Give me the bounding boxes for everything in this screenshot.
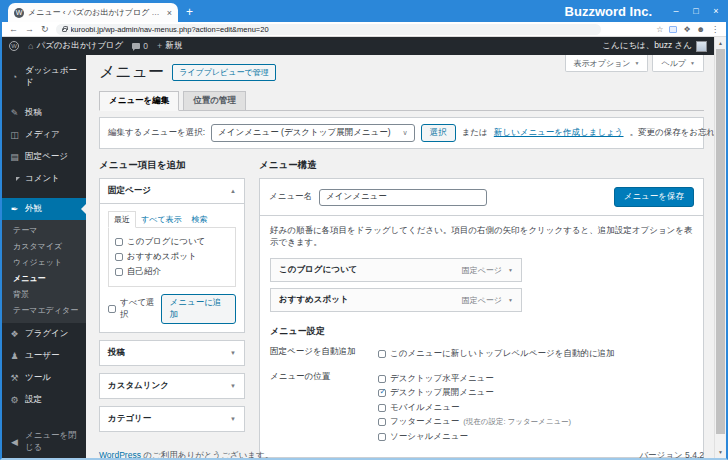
sidebar-label: 外観 xyxy=(25,203,42,215)
sidebar-item-users[interactable]: ♟ ユーザー xyxy=(2,345,86,367)
location-label: デスクトップ展開メニュー xyxy=(390,387,494,399)
select-button[interactable]: 選択 xyxy=(421,124,456,142)
save-menu-button-top[interactable]: メニューを保存 xyxy=(614,187,694,207)
menu-select[interactable]: メインメニュー (デスクトップ展開メニュー) ∨ xyxy=(211,124,415,142)
tab-manage-locations[interactable]: 位置の管理 xyxy=(183,91,246,111)
user-avatar[interactable] xyxy=(696,41,707,52)
checkbox[interactable] xyxy=(115,238,123,246)
greeting-text[interactable]: こんにちは、buzz さん xyxy=(602,40,692,52)
add-menu-items-heading: メニュー項目を追加 xyxy=(99,159,245,172)
pages-icon: ▤ xyxy=(9,153,20,162)
custom-link-panel-header[interactable]: カスタムリンク ▼ xyxy=(100,374,244,398)
add-to-menu-button[interactable]: メニューに追加 xyxy=(161,294,236,324)
expand-arrow-icon[interactable]: ▼ xyxy=(508,267,513,273)
location-checkbox[interactable] xyxy=(378,418,386,426)
appearance-submenu: テーマ カスタマイズ ウィジェット メニュー 背景 テーマエディター xyxy=(2,220,86,323)
pages-checklist: このブログについて おすすめスポット 自己紹介 xyxy=(108,227,236,287)
sidebar-item-appearance[interactable]: ✒ 外観 xyxy=(2,198,86,220)
sidebar-item-posts[interactable]: ✎ 投稿 xyxy=(2,102,86,124)
checkbox[interactable] xyxy=(115,253,123,261)
location-option: ソーシャルメニュー xyxy=(378,431,571,443)
share-icon[interactable] xyxy=(669,26,677,33)
tab-edit-menus[interactable]: メニューを編集 xyxy=(99,91,179,111)
submenu-item-background[interactable]: 背景 xyxy=(2,286,86,302)
sidebar-item-comments[interactable]: コメント xyxy=(2,168,86,190)
submenu-item-customize[interactable]: カスタマイズ xyxy=(2,238,86,254)
sidebar-item-pages[interactable]: ▤ 固定ページ xyxy=(2,146,86,168)
plugins-icon: ❖ xyxy=(9,330,20,339)
location-label: フッターメニュー xyxy=(390,416,459,428)
category-panel-header[interactable]: カテゴリー ▼ xyxy=(100,407,244,431)
forward-icon[interactable]: → xyxy=(25,25,34,34)
select-chevron-icon: ∨ xyxy=(403,129,408,137)
browser-tab[interactable]: W メニュー ‹ パズのお出かけブログ — W × xyxy=(8,3,178,22)
location-checkbox[interactable] xyxy=(378,433,386,441)
auto-add-checkbox[interactable] xyxy=(378,350,386,358)
location-option: モバイルメニュー xyxy=(378,402,571,414)
page-checkbox-row: このブログについて xyxy=(115,236,229,248)
posts-panel-header[interactable]: 投稿 ▼ xyxy=(100,341,244,365)
checkbox[interactable] xyxy=(115,268,123,276)
window-title: Buzzword Inc. xyxy=(193,4,652,19)
expand-arrow-icon[interactable]: ▼ xyxy=(508,297,513,303)
lock-icon xyxy=(62,28,67,32)
sidebar-item-plugins[interactable]: ❖ プラグイン xyxy=(2,323,86,345)
sidebar-item-settings[interactable]: ⚙ 設定 xyxy=(2,389,86,411)
screen-options-label: 表示オプション xyxy=(574,58,631,69)
create-menu-link[interactable]: 新しいメニューを作成しましょう xyxy=(494,127,624,139)
location-checkbox[interactable] xyxy=(378,375,386,383)
users-icon: ♟ xyxy=(9,352,20,361)
minimize-button[interactable]: – xyxy=(666,6,686,16)
menu-structure-heading: メニュー構造 xyxy=(259,159,704,172)
comments-link[interactable]: 0 xyxy=(132,41,148,51)
menu-item-bar[interactable]: おすすめスポット 固定ページ ▼ xyxy=(270,288,522,312)
comment-bubble-icon xyxy=(132,43,140,49)
site-link[interactable]: ⌂ パズのお出かけブログ xyxy=(28,40,123,52)
location-option: デスクトップ展開メニュー xyxy=(378,387,571,399)
sidebar-item-tools[interactable]: ⚒ ツール xyxy=(2,367,86,389)
sidebar-item-dashboard[interactable]: ◔ ダッシュボード xyxy=(2,60,86,94)
tab-view-all[interactable]: すべて表示 xyxy=(136,212,187,227)
wordpress-logo-icon[interactable]: W xyxy=(9,41,19,51)
scroll-down-icon[interactable]: ▼ xyxy=(715,449,726,455)
pages-panel-header[interactable]: 固定ページ ▲ xyxy=(100,179,244,204)
location-checkbox[interactable] xyxy=(378,404,386,412)
menu-item-type: 固定ページ xyxy=(462,295,502,306)
help-button[interactable]: ヘルプ ▼ xyxy=(652,55,704,72)
wordpress-link[interactable]: WordPress xyxy=(99,450,141,458)
live-preview-button[interactable]: ライブプレビューで管理 xyxy=(172,64,276,81)
submenu-item-widgets[interactable]: ウィジェット xyxy=(2,254,86,270)
bookmark-star-icon[interactable]: ☆ xyxy=(656,25,663,34)
page-item-label: おすすめスポット xyxy=(127,251,197,263)
scrollbar-thumb[interactable] xyxy=(716,49,725,434)
submenu-item-themes[interactable]: テーマ xyxy=(2,222,86,238)
collapse-down-icon: ▼ xyxy=(230,416,236,422)
browser-menu-icon[interactable]: ⋮ xyxy=(711,25,719,34)
sidebar-collapse-menu[interactable]: ◀ メニューを閉じる xyxy=(2,425,86,459)
browser-scrollbar[interactable]: ▲ ▼ xyxy=(714,37,726,458)
maximize-button[interactable]: □ xyxy=(686,6,706,16)
tab-most-recent[interactable]: 最近 xyxy=(108,211,136,228)
menu-item-bar[interactable]: このブログについて 固定ページ ▼ xyxy=(270,258,522,282)
submenu-item-theme-editor[interactable]: テーマエディター xyxy=(2,302,86,318)
new-tab-button[interactable]: + xyxy=(186,6,193,18)
extensions-icon[interactable]: ❖ xyxy=(683,25,690,34)
submenu-item-menus[interactable]: メニュー xyxy=(2,270,86,286)
tab-search[interactable]: 検索 xyxy=(187,212,213,227)
select-all-checkbox[interactable] xyxy=(108,305,116,313)
menu-name-input[interactable] xyxy=(319,189,487,206)
new-content-link[interactable]: + 新規 xyxy=(157,40,182,52)
location-option: フッターメニュー (現在の設定: フッターメニュー) xyxy=(378,416,571,428)
back-icon[interactable]: ← xyxy=(9,25,18,34)
close-button[interactable]: × xyxy=(706,6,726,16)
menu-item-label: おすすめスポット xyxy=(279,294,349,306)
sidebar-item-media[interactable]: ◫ メディア xyxy=(2,124,86,146)
tab-close-icon[interactable]: × xyxy=(167,8,172,18)
screen-options-button[interactable]: 表示オプション ▼ xyxy=(565,55,649,72)
admin-footer: WordPress のご利用ありがとうございます。 バージョン 5.4.2 xyxy=(99,450,704,458)
address-bar[interactable]: kuroobi.jp/wp-admin/nav-menus.php?action… xyxy=(56,24,601,35)
scroll-up-icon[interactable]: ▲ xyxy=(715,40,726,46)
reload-icon[interactable]: ↻ xyxy=(41,25,49,34)
location-checkbox[interactable] xyxy=(378,389,386,397)
profile-icon[interactable]: ☻ xyxy=(697,25,705,34)
